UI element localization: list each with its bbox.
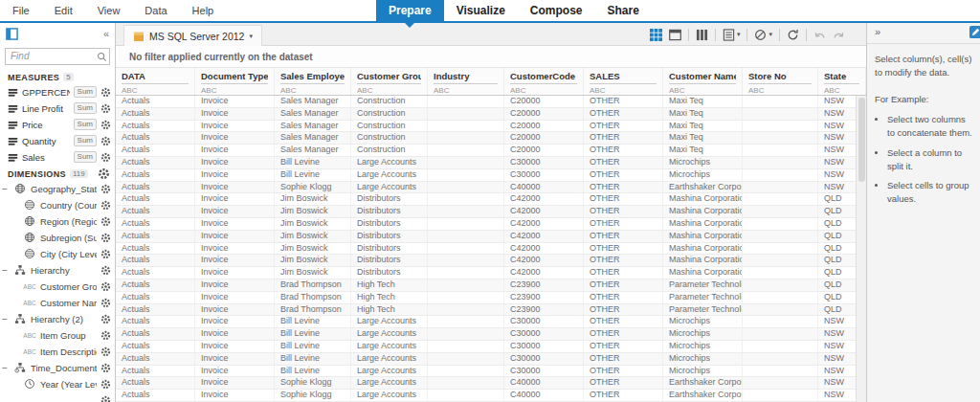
table-cell[interactable]: OTHER bbox=[584, 182, 663, 193]
table-cell[interactable] bbox=[428, 231, 504, 242]
table-cell[interactable] bbox=[743, 304, 818, 316]
aggregation-badge[interactable]: Sum bbox=[74, 135, 97, 146]
table-cell[interactable] bbox=[428, 193, 504, 205]
table-cell[interactable]: OTHER bbox=[584, 96, 663, 107]
table-cell[interactable]: Microchips bbox=[663, 328, 743, 340]
table-cell[interactable]: Invoice bbox=[195, 108, 275, 120]
dimension-item[interactable] bbox=[0, 392, 115, 402]
table-cell[interactable] bbox=[428, 96, 504, 107]
refresh-icon[interactable] bbox=[787, 29, 799, 41]
table-cell[interactable] bbox=[743, 169, 818, 181]
table-cell[interactable]: C30000 bbox=[504, 157, 584, 168]
table-cell[interactable]: Jim Boswick bbox=[275, 218, 351, 230]
table-cell[interactable]: C30000 bbox=[504, 328, 584, 340]
chevron-down-icon[interactable]: ▾ bbox=[249, 33, 253, 40]
column-header[interactable]: StateABC bbox=[818, 68, 866, 95]
table-cell[interactable]: C40000 bbox=[504, 377, 584, 389]
table-cell[interactable]: Maxi Teq bbox=[663, 96, 743, 107]
dimension-item[interactable]: −Time_Document ... bbox=[0, 360, 115, 376]
table-cell[interactable]: Invoice bbox=[195, 145, 275, 156]
table-cell[interactable] bbox=[428, 292, 504, 303]
table-cell[interactable]: Distributors bbox=[351, 218, 428, 230]
dimension-item[interactable]: ABCItem Description bbox=[0, 344, 115, 360]
table-cell[interactable]: C30000 bbox=[504, 353, 584, 365]
table-cell[interactable]: Actuals bbox=[116, 108, 195, 120]
table-cell[interactable]: OTHER bbox=[584, 132, 663, 144]
table-cell[interactable] bbox=[743, 193, 818, 205]
table-cell[interactable]: Earthshaker Corporation bbox=[663, 182, 743, 193]
table-cell[interactable] bbox=[428, 157, 504, 168]
table-cell[interactable]: C20000 bbox=[504, 121, 584, 132]
table-cell[interactable]: OTHER bbox=[584, 341, 663, 352]
table-cell[interactable]: Construction bbox=[351, 96, 428, 107]
table-cell[interactable]: OTHER bbox=[584, 157, 663, 168]
table-cell[interactable]: OTHER bbox=[584, 390, 663, 401]
table-cell[interactable]: Construction bbox=[351, 121, 428, 132]
dimension-item[interactable]: Country (Coun... bbox=[0, 197, 115, 213]
table-cell[interactable]: Distributors bbox=[351, 206, 428, 217]
table-cell[interactable]: Invoice bbox=[195, 132, 275, 144]
table-cell[interactable]: C42000 bbox=[504, 193, 584, 205]
table-cell[interactable]: OTHER bbox=[584, 169, 663, 181]
table-cell[interactable]: Sales Manager bbox=[275, 145, 351, 156]
table-cell[interactable]: Large Accounts bbox=[351, 390, 428, 401]
table-cell[interactable]: Sales Manager bbox=[275, 132, 351, 144]
gear-icon[interactable] bbox=[100, 103, 111, 114]
dimension-item[interactable]: Region (Regio... bbox=[0, 213, 115, 230]
table-cell[interactable]: Earthshaker Corporation bbox=[663, 390, 743, 401]
redo-icon[interactable] bbox=[833, 29, 845, 41]
collapse-expander[interactable]: − bbox=[0, 314, 10, 324]
table-cell[interactable]: Actuals bbox=[116, 255, 195, 266]
table-cell[interactable]: Large Accounts bbox=[351, 316, 428, 327]
measure-item[interactable]: PriceSum bbox=[0, 117, 115, 133]
table-cell[interactable]: Mashina Corporation bbox=[663, 255, 743, 266]
table-cell[interactable]: Microchips bbox=[663, 341, 743, 352]
table-cell[interactable]: OTHER bbox=[584, 121, 663, 132]
table-cell[interactable]: Actuals bbox=[116, 206, 195, 217]
collapse-expander[interactable]: − bbox=[0, 265, 10, 276]
table-cell[interactable]: Microchips bbox=[663, 353, 743, 365]
gear-icon[interactable] bbox=[100, 281, 111, 292]
table-cell[interactable]: OTHER bbox=[584, 353, 663, 365]
table-cell[interactable]: Sales Manager bbox=[275, 96, 351, 107]
enrichment-icon[interactable]: ▾ bbox=[754, 29, 772, 41]
column-header[interactable]: Customer NameABC bbox=[663, 68, 743, 95]
table-cell[interactable] bbox=[743, 292, 818, 303]
gear-icon[interactable] bbox=[100, 395, 111, 402]
table-cell[interactable]: Actuals bbox=[116, 169, 195, 181]
aggregation-badge[interactable]: Sum bbox=[74, 102, 97, 114]
dimensions-gear-icon[interactable] bbox=[98, 168, 110, 180]
gear-icon[interactable] bbox=[100, 216, 111, 227]
table-cell[interactable]: Invoice bbox=[195, 255, 275, 266]
table-cell[interactable]: Parameter Technology bbox=[663, 292, 743, 303]
table-cell[interactable]: Brad Thompson bbox=[275, 304, 351, 316]
table-cell[interactable]: Actuals bbox=[116, 231, 195, 242]
table-cell[interactable]: C42000 bbox=[504, 267, 584, 279]
table-cell[interactable]: Large Accounts bbox=[351, 157, 428, 168]
gear-icon[interactable] bbox=[100, 330, 111, 341]
table-cell[interactable]: OTHER bbox=[584, 108, 663, 120]
column-header[interactable]: SALESABC bbox=[584, 68, 663, 95]
table-cell[interactable] bbox=[743, 255, 818, 266]
table-cell[interactable]: C30000 bbox=[504, 316, 584, 327]
measure-item[interactable]: Line ProfitSum bbox=[0, 100, 115, 117]
find-input[interactable] bbox=[5, 48, 110, 65]
dimension-item[interactable]: City (City Level) bbox=[0, 246, 115, 262]
table-cell[interactable]: Actuals bbox=[116, 218, 195, 230]
table-cell[interactable]: Invoice bbox=[195, 328, 275, 340]
column-header[interactable]: Document TypeABC bbox=[195, 68, 275, 95]
gear-icon[interactable] bbox=[100, 136, 111, 146]
table-cell[interactable]: Construction bbox=[351, 132, 428, 144]
table-cell[interactable] bbox=[428, 255, 504, 266]
dataset-tab[interactable]: MS SQL Server 2012 ▾ bbox=[123, 25, 262, 46]
table-cell[interactable]: C23900 bbox=[504, 292, 584, 303]
table-cell[interactable]: Invoice bbox=[195, 390, 275, 401]
table-cell[interactable]: Distributors bbox=[351, 231, 428, 242]
table-cell[interactable] bbox=[428, 267, 504, 279]
table-cell[interactable]: Large Accounts bbox=[351, 182, 428, 193]
table-cell[interactable]: Invoice bbox=[195, 366, 275, 377]
table-cell[interactable]: Jim Boswick bbox=[275, 255, 351, 266]
table-cell[interactable]: Jim Boswick bbox=[275, 206, 351, 217]
table-cell[interactable] bbox=[428, 366, 504, 377]
column-header[interactable]: Sales EmployeeABC bbox=[275, 68, 351, 95]
